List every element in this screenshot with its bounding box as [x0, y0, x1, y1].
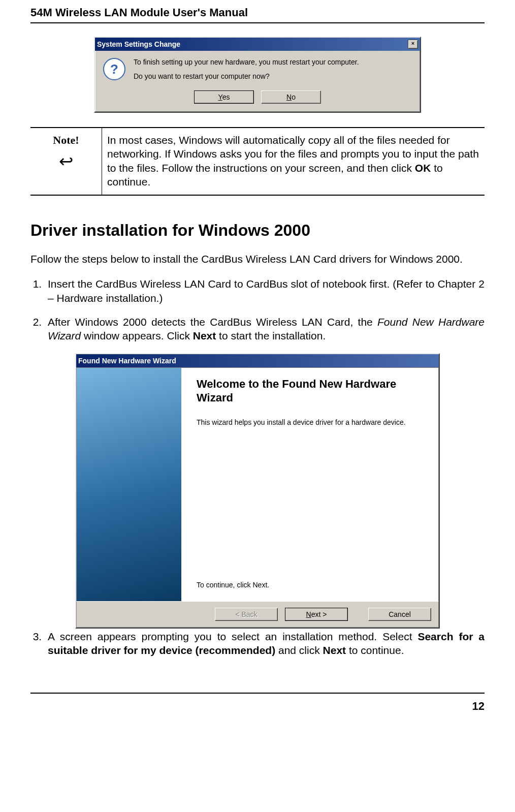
dialog1-title-text: System Settings Change — [97, 40, 180, 48]
wizard-body-2: To continue, click Next. — [197, 581, 425, 589]
dialog1-line1: To finish setting up your new hardware, … — [134, 58, 359, 66]
section-heading: Driver installation for Windows 2000 — [30, 221, 485, 240]
dialog1-message: To finish setting up your new hardware, … — [134, 58, 359, 86]
note-label: Note! — [36, 133, 96, 148]
return-arrow-icon: ↩ — [59, 150, 73, 172]
wizard-body-1: This wizard helps you install a device d… — [197, 418, 425, 426]
question-icon: ? — [103, 58, 125, 80]
yes-button[interactable]: Yes — [194, 90, 254, 104]
page-number: 12 — [472, 700, 485, 712]
next-button[interactable]: Next > — [285, 608, 348, 621]
no-button[interactable]: No — [261, 90, 321, 104]
page-footer: 12 — [30, 693, 485, 713]
step-3: A screen appears prompting you to select… — [45, 630, 485, 658]
found-new-hardware-wizard-dialog: Found New Hardware Wizard Welcome to the… — [75, 353, 440, 629]
step-1: Insert the CardBus Wireless LAN Card to … — [45, 277, 485, 305]
dialog1-titlebar: System Settings Change × — [95, 38, 420, 51]
steps-list: Insert the CardBus Wireless LAN Card to … — [30, 277, 485, 342]
close-icon[interactable]: × — [408, 40, 418, 49]
dialog1-line2: Do you want to restart your computer now… — [134, 72, 359, 80]
dialog2-titlebar: Found New Hardware Wizard — [76, 354, 439, 367]
wizard-side-graphic — [77, 368, 181, 601]
note-text: In most cases, Windows will automaticall… — [102, 128, 485, 195]
note-box: Note! ↩ In most cases, Windows will auto… — [30, 127, 485, 196]
cancel-button[interactable]: Cancel — [368, 608, 431, 621]
system-settings-change-dialog: System Settings Change × ? To finish set… — [94, 37, 421, 113]
step-2: After Windows 2000 detects the CardBus W… — [45, 315, 485, 343]
back-button: < Back — [215, 608, 278, 621]
running-head: 54M Wireless LAN Module User's Manual — [30, 6, 485, 23]
dialog2-title-text: Found New Hardware Wizard — [78, 357, 176, 365]
section-intro: Follow the steps below to install the Ca… — [30, 252, 485, 266]
steps-list-continued: A screen appears prompting you to select… — [30, 630, 485, 658]
wizard-heading: Welcome to the Found New Hardware Wizard — [197, 377, 425, 405]
